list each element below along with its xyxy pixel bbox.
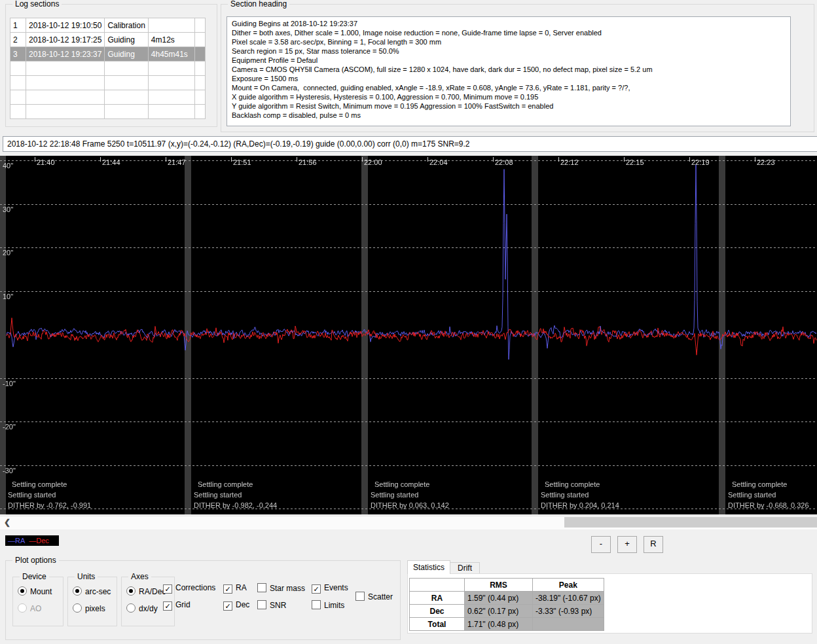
checkbox-corrections[interactable]: ✓Corrections (163, 583, 215, 594)
log-section-cell: 3 (10, 47, 26, 62)
stats-header-cell (410, 579, 465, 592)
log-section-cell: Guiding (105, 47, 148, 62)
stats-row: Dec0.62" (0.17 px)-3.33" (-0.93 px) (410, 605, 604, 618)
stats-header-cell: RMS (465, 579, 533, 592)
units-radio-pixels[interactable]: pixels (73, 603, 105, 613)
log-section-cell: Calibration (105, 18, 148, 33)
log-section-cell (10, 105, 26, 119)
log-section-cell: 2 (10, 33, 26, 47)
scroll-left-arrow-icon[interactable]: ❮ (4, 518, 13, 527)
log-section-cell: Guiding (105, 33, 148, 47)
checkbox-grid[interactable]: ✓Grid (163, 600, 191, 611)
checkbox-label: Dec (236, 600, 249, 609)
log-section-cell: 4h45m41s (148, 47, 194, 62)
units-subgroup: Units arc-secpixels (67, 577, 117, 626)
log-section-empty-row[interactable] (10, 90, 206, 105)
stats-row: RA1.59" (0.44 px)-38.19" (-10.67 px) (410, 592, 604, 605)
log-sections-title: Log sections (12, 0, 62, 9)
statistics-panel: RMSPeakRA1.59" (0.44 px)-38.19" (-10.67 … (407, 573, 812, 634)
device-radio-mount[interactable]: Mount (18, 586, 52, 596)
plot-options-group: Plot options Device MountAO Units arc-se… (5, 560, 401, 640)
zoom-out-button[interactable]: - (591, 536, 611, 553)
guide-graph-canvas[interactable] (0, 156, 817, 514)
log-section-cell (26, 76, 105, 90)
log-section-cell (194, 105, 205, 119)
radio-label: arc-sec (85, 587, 111, 596)
section-heading-line: Search region = 15 px, Star mass toleran… (232, 46, 786, 56)
checkbox-label: Corrections (175, 583, 215, 592)
checkbox-icon: ✓ (163, 601, 172, 611)
checkbox-events[interactable]: ✓Events (312, 583, 348, 594)
legend-ra-label: —RA (8, 537, 25, 545)
log-section-row[interactable]: 12018-10-12 19:10:50Calibration (10, 18, 206, 33)
stats-value-cell (533, 618, 604, 631)
checkbox-ra[interactable]: ✓RA (223, 583, 247, 594)
section-heading-group: Section heading Guiding Begins at 2018-1… (221, 4, 814, 132)
log-section-cell (148, 62, 194, 76)
zoom-in-button[interactable]: + (617, 536, 637, 553)
log-section-cell (105, 105, 148, 119)
log-section-cell (194, 18, 205, 33)
radio-label: RA/Dec (139, 587, 166, 596)
checkbox-icon (355, 592, 365, 601)
stats-header-cell: Peak (533, 579, 604, 592)
log-section-cell (10, 76, 26, 90)
log-section-cell: 2018-10-12 19:10:50 (26, 18, 105, 33)
checkbox-icon (257, 600, 266, 609)
section-heading-line: Dither = both axes, Dither scale = 1.000… (232, 28, 786, 37)
checkbox-icon: ✓ (223, 584, 232, 594)
checkbox-label: Limits (324, 601, 344, 610)
units-radio-arcsec[interactable]: arc-sec (73, 586, 111, 596)
log-section-row[interactable]: 22018-10-12 19:17:25Guiding4m12s (10, 33, 206, 47)
axes-radio-radec[interactable]: RA/Dec (126, 586, 166, 596)
log-section-cell (26, 62, 105, 76)
axes-title: Axes (128, 572, 151, 581)
log-section-cell (194, 47, 205, 62)
section-heading-line: Mount = On Camera, connected, guiding en… (232, 83, 786, 92)
graph-scrollbar-thumb[interactable] (564, 517, 817, 528)
checkbox-label: Events (324, 583, 348, 592)
log-sections-group: Log sections 12018-10-12 19:10:50Calibra… (5, 4, 217, 127)
checkbox-star-mass[interactable]: Star mass (257, 583, 305, 593)
checkbox-icon: ✓ (223, 601, 232, 611)
guide-graph[interactable] (0, 156, 817, 514)
checkbox-scatter[interactable]: Scatter (355, 592, 393, 601)
stats-value-cell: -3.33" (-0.93 px) (533, 605, 604, 618)
checkbox-dec[interactable]: ✓Dec (223, 600, 249, 611)
section-heading-line: Equipment Profile = Defaul (232, 56, 786, 65)
log-section-cell (148, 76, 194, 90)
section-heading-text: Guiding Begins at 2018-10-12 19:23:37Dit… (227, 16, 791, 126)
log-section-cell (26, 105, 105, 119)
stats-value-cell: 0.62" (0.17 px) (465, 605, 533, 618)
checkbox-label: Grid (175, 600, 191, 609)
log-section-empty-row[interactable] (10, 76, 206, 90)
checkbox-label: SNR (270, 601, 286, 610)
tab-statistics[interactable]: Statistics (407, 560, 450, 574)
stats-row: Total1.71" (0.48 px) (410, 618, 604, 631)
radio-icon (126, 586, 136, 596)
status-bar: 2018-10-12 22:18:48 Frame 5250 t=10511.9… (3, 136, 817, 152)
phd2-log-viewer-window: Log sections 12018-10-12 19:10:50Calibra… (0, 0, 817, 644)
log-section-cell: 1 (10, 18, 26, 33)
section-heading-line: Guiding Begins at 2018-10-12 19:23:37 (232, 19, 786, 28)
checkbox-icon (257, 583, 266, 592)
radio-icon (18, 603, 27, 613)
reset-zoom-button[interactable]: R (644, 536, 663, 553)
statistics-table: RMSPeakRA1.59" (0.44 px)-38.19" (-10.67 … (409, 578, 604, 631)
section-heading-line: Backlash comp = disabled, pulse = 0 ms (232, 111, 786, 120)
checkbox-icon: ✓ (312, 584, 321, 594)
stats-value-cell: 1.71" (0.48 px) (465, 618, 533, 631)
checkbox-limits[interactable]: Limits (312, 600, 344, 610)
section-heading-line: Camera = CMOS QHY5ll Camera (ASCOM), ful… (232, 65, 786, 74)
stats-row-label: Dec (410, 605, 465, 618)
checkbox-snr[interactable]: SNR (257, 600, 286, 610)
axes-radio-dxdy[interactable]: dx/dy (126, 603, 158, 613)
radio-label: pixels (85, 604, 105, 613)
radio-label: dx/dy (139, 604, 158, 613)
log-section-cell: 4m12s (148, 33, 194, 47)
log-section-row[interactable]: 32018-10-12 19:23:37Guiding4h45m41s (10, 47, 206, 62)
log-section-empty-row[interactable] (10, 62, 206, 76)
log-section-empty-row[interactable] (10, 105, 206, 119)
log-section-cell (105, 90, 148, 105)
checkbox-label: Scatter (368, 592, 393, 601)
